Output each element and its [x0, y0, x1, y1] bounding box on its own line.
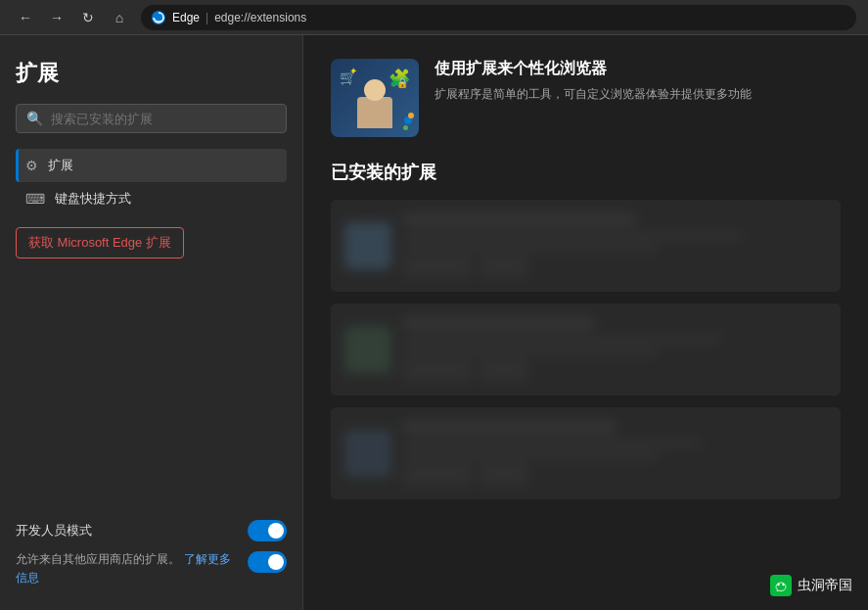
- sidebar: 扩展 🔍 ⚙ 扩展 ⌨ 键盘快捷方式 获取 Microsoft Edge 扩展 …: [0, 35, 303, 610]
- search-icon: 🔍: [26, 111, 43, 126]
- search-box[interactable]: 🔍: [16, 104, 287, 133]
- hero-text: 使用扩展来个性化浏览器 扩展程序是简单的工具，可自定义浏览器体验并提供更多功能: [434, 59, 752, 103]
- home-button[interactable]: ⌂: [106, 4, 133, 31]
- hero-title: 使用扩展来个性化浏览器: [434, 59, 752, 79]
- nav-buttons: ← → ↻ ⌂: [12, 4, 133, 31]
- allow-other-stores-row: 允许来自其他应用商店的扩展。 了解更多信息: [16, 549, 287, 587]
- hero-desc: 扩展程序是简单的工具，可自定义浏览器体验并提供更多功能: [434, 85, 752, 103]
- address-url: edge://extensions: [214, 11, 306, 24]
- main-layout: 扩展 🔍 ⚙ 扩展 ⌨ 键盘快捷方式 获取 Microsoft Edge 扩展 …: [0, 35, 868, 610]
- content-area: 🧩 🔒 🛒 ✦ 使用扩展来个性化浏览器 扩展程序是简单的工具，可自定义浏览器体验…: [303, 35, 868, 610]
- developer-section: 开发人员模式 允许来自其他应用商店的扩展。 了解更多信息: [16, 512, 287, 587]
- forward-button[interactable]: →: [43, 4, 70, 31]
- sidebar-title: 扩展: [16, 59, 287, 88]
- allow-other-stores-toggle[interactable]: [248, 551, 287, 573]
- keyboard-icon: ⌨: [25, 191, 45, 207]
- watermark: 虫洞帝国: [770, 575, 852, 596]
- extensions-icon: ⚙: [25, 158, 38, 173]
- watermark-label: 虫洞帝国: [798, 577, 852, 594]
- extension-card-2: [331, 304, 841, 396]
- sidebar-item-extensions[interactable]: ⚙ 扩展: [16, 149, 287, 182]
- hero-section: 🧩 🔒 🛒 ✦ 使用扩展来个性化浏览器 扩展程序是简单的工具，可自定义浏览器体验…: [331, 59, 841, 137]
- extension-card-3: [331, 407, 841, 499]
- hero-image: 🧩 🔒 🛒 ✦: [331, 59, 419, 137]
- developer-mode-label: 开发人员模式: [16, 522, 92, 540]
- address-brand: Edge: [172, 11, 200, 24]
- sidebar-item-extensions-label: 扩展: [48, 157, 73, 174]
- search-input[interactable]: [51, 112, 276, 126]
- address-separator: |: [206, 11, 208, 24]
- blur-overlay-3: [331, 407, 841, 499]
- installed-title: 已安装的扩展: [331, 161, 841, 184]
- developer-mode-row: 开发人员模式: [16, 520, 287, 541]
- edge-logo-icon: [151, 10, 166, 25]
- sidebar-item-keyboard[interactable]: ⌨ 键盘快捷方式: [16, 182, 287, 215]
- address-bar[interactable]: Edge | edge://extensions: [141, 5, 856, 30]
- sidebar-item-keyboard-label: 键盘快捷方式: [55, 190, 131, 208]
- wechat-icon: [770, 575, 792, 596]
- developer-mode-toggle[interactable]: [248, 520, 287, 541]
- allow-other-stores-desc: 允许来自其他应用商店的扩展。: [16, 552, 180, 566]
- refresh-button[interactable]: ↻: [74, 4, 102, 31]
- get-extensions-button[interactable]: 获取 Microsoft Edge 扩展: [16, 227, 184, 258]
- extension-card-1: [331, 200, 841, 292]
- back-button[interactable]: ←: [12, 4, 39, 31]
- browser-chrome: ← → ↻ ⌂ Edge | edge://extensions: [0, 0, 868, 35]
- blur-overlay-1: [331, 200, 841, 292]
- blur-overlay-2: [331, 304, 841, 396]
